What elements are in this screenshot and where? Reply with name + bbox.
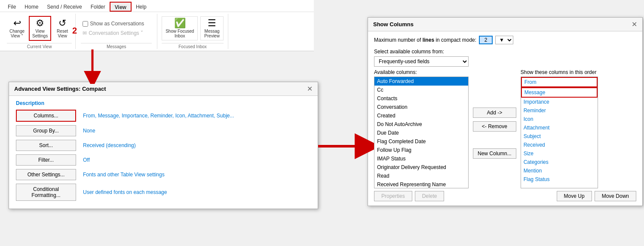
down-arrow-annotation xyxy=(80,49,105,84)
sc-bottom-right: Move Up Move Down xyxy=(557,191,636,201)
sc-right-item[interactable]: Icon xyxy=(521,115,598,123)
sc-right-item[interactable]: Reminder xyxy=(521,106,598,115)
filter-button[interactable]: Filter... xyxy=(16,154,76,166)
list-item[interactable]: Follow Up Flag xyxy=(374,146,468,154)
show-as-conversations-checkbox[interactable] xyxy=(83,21,88,27)
move-up-button[interactable]: Move Up xyxy=(557,191,592,201)
adv-row-other: Other Settings... Fonts and other Table … xyxy=(16,169,311,180)
add-button[interactable]: Add -> xyxy=(473,108,516,118)
focused-inbox-label: Show FocusedInbox xyxy=(166,29,194,38)
reset-view-button[interactable]: ↺ ResetView xyxy=(53,17,72,40)
adv-row-columns: Columns... From, Message, Importance, Re… xyxy=(16,110,311,122)
tab-home[interactable]: Home xyxy=(20,2,43,12)
show-focused-inbox-button[interactable]: ✅ Show FocusedInbox xyxy=(162,16,198,40)
sc-close-button[interactable]: ✕ xyxy=(632,20,637,28)
sc-right-label: Show these columns in this order xyxy=(521,69,598,75)
sc-right-item[interactable]: Categories xyxy=(521,158,598,166)
tab-file[interactable]: File xyxy=(3,2,20,12)
list-item[interactable]: Conversation xyxy=(374,103,468,111)
sc-from-select[interactable]: Frequently-used fields xyxy=(374,56,469,67)
list-item[interactable]: Contacts xyxy=(374,94,468,103)
conversation-settings-icon: ✉ xyxy=(83,30,87,36)
messages-group: Show as Conversations ✉ Conversation Set… xyxy=(76,14,157,49)
list-item[interactable]: Originator Delivery Requested xyxy=(374,163,468,172)
reset-view-icon: ↺ xyxy=(58,18,66,28)
sc-right-item[interactable]: Message xyxy=(521,87,598,98)
list-item[interactable]: Created xyxy=(374,111,468,120)
tab-send-receive[interactable]: Send / Receive xyxy=(43,2,86,12)
show-as-conversations-row[interactable]: Show as Conversations xyxy=(81,20,152,28)
view-settings-button[interactable]: ⚙ ViewSettings xyxy=(29,16,51,41)
other-settings-value: Fonts and other Table View settings xyxy=(83,172,165,178)
sc-available-columns-label: Available columns: xyxy=(374,69,469,75)
focused-inbox-group-label: Focused Inbox xyxy=(162,43,224,49)
other-settings-button[interactable]: Other Settings... xyxy=(16,169,76,180)
columns-value: From, Message, Importance, Reminder, Ico… xyxy=(83,113,234,119)
sc-title: Show Columns xyxy=(373,21,414,28)
message-preview-label: MessagPreview xyxy=(204,29,220,38)
adv-row-sort: Sort... Received (descending) xyxy=(16,140,311,151)
move-down-button[interactable]: Move Down xyxy=(595,191,636,201)
conditional-formatting-button[interactable]: Conditional Formatting... xyxy=(16,184,76,201)
right-arrow-annotation xyxy=(318,133,374,159)
focused-inbox-buttons: ✅ Show FocusedInbox ☰ MessagPreview xyxy=(162,14,224,43)
change-view-icon: ↩ xyxy=(13,18,21,28)
tab-help[interactable]: Help xyxy=(132,2,151,12)
message-preview-button[interactable]: ☰ MessagPreview xyxy=(200,16,224,40)
list-item[interactable]: Auto Forwarded xyxy=(374,77,468,86)
sc-available-list: Auto Forwarded Cc Contacts Conversation … xyxy=(374,77,469,188)
annotation-number-2: 2 xyxy=(72,26,77,36)
change-view-button[interactable]: ↩ ChangeView ˅ xyxy=(7,17,27,40)
sc-compact-dropdown[interactable]: ▼ xyxy=(495,36,513,44)
adv-dialog-title: Advanced View Settings: Compact xyxy=(14,86,106,92)
ribbon: File Home Send / Receive Folder View Hel… xyxy=(0,0,314,51)
sc-available-label: Select available columns from: xyxy=(374,49,636,55)
sort-value: Received (descending) xyxy=(83,142,136,148)
tab-view[interactable]: View xyxy=(110,2,132,12)
message-preview-icon: ☰ xyxy=(208,18,216,28)
sc-bottom-left: Properties Delete xyxy=(374,191,444,201)
sc-right-item[interactable]: Attachment xyxy=(521,123,598,132)
sc-right-item[interactable]: Flag Status xyxy=(521,175,598,184)
sc-right-item[interactable]: Subject xyxy=(521,132,598,141)
sc-right-item[interactable]: Importance xyxy=(521,98,598,106)
list-item[interactable]: Do Not AutoArchive xyxy=(374,120,468,129)
delete-button[interactable]: Delete xyxy=(415,191,445,201)
columns-button[interactable]: Columns... xyxy=(16,110,76,122)
adv-row-filter: Filter... Off xyxy=(16,154,311,166)
adv-dialog-body: Description Columns... From, Message, Im… xyxy=(9,96,318,209)
tab-folder[interactable]: Folder xyxy=(86,2,110,12)
change-view-label: ChangeView ˅ xyxy=(9,29,25,38)
group-by-button[interactable]: Group By... xyxy=(16,125,76,136)
sc-columns-area: Available columns: Auto Forwarded Cc Con… xyxy=(374,69,636,188)
adv-dialog-close-button[interactable]: ✕ xyxy=(307,85,313,93)
focused-inbox-group: ✅ Show FocusedInbox ☰ MessagPreview Focu… xyxy=(157,14,228,49)
sc-right-item[interactable]: Received xyxy=(521,141,598,149)
list-item[interactable]: Read xyxy=(374,172,468,180)
list-item[interactable]: Cc xyxy=(374,86,468,94)
sort-button[interactable]: Sort... xyxy=(16,140,76,151)
sc-right-item[interactable]: From xyxy=(521,77,598,87)
remove-button[interactable]: <- Remove xyxy=(473,121,516,132)
properties-button[interactable]: Properties xyxy=(374,191,412,201)
sc-middle-buttons: Add -> <- Remove New Column... xyxy=(473,69,516,188)
sc-compact-label: Maximum number of lines in compact mode: xyxy=(374,37,476,43)
adv-section-label: Description xyxy=(16,100,311,106)
list-item[interactable]: IMAP Status xyxy=(374,154,468,163)
focused-inbox-icon: ✅ xyxy=(174,18,186,28)
groupby-value: None xyxy=(83,128,95,134)
conditional-value: User defined fonts on each message xyxy=(83,189,167,195)
list-item[interactable]: Due Date xyxy=(374,129,468,137)
new-column-button[interactable]: New Column... xyxy=(473,148,516,159)
list-item[interactable]: Received Representing Name xyxy=(374,180,468,188)
ribbon-content: ↩ ChangeView ˅ ⚙ ViewSettings ↺ ResetVie… xyxy=(0,12,314,51)
sc-right-item[interactable]: Mention xyxy=(521,166,598,175)
sc-bottom-row: Properties Delete Move Up Move Down xyxy=(374,191,636,201)
messages-buttons: Show as Conversations ✉ Conversation Set… xyxy=(81,14,152,43)
show-columns-dialog: Show Columns ✕ Maximum number of lines i… xyxy=(368,17,643,206)
sc-compact-input[interactable] xyxy=(479,36,493,44)
list-item[interactable]: Flag Completed Date xyxy=(374,137,468,146)
sc-right-item[interactable]: Size xyxy=(521,149,598,158)
sc-from-row: Frequently-used fields xyxy=(374,56,636,67)
conversation-settings-row[interactable]: ✉ Conversation Settings ˅ xyxy=(81,29,152,37)
